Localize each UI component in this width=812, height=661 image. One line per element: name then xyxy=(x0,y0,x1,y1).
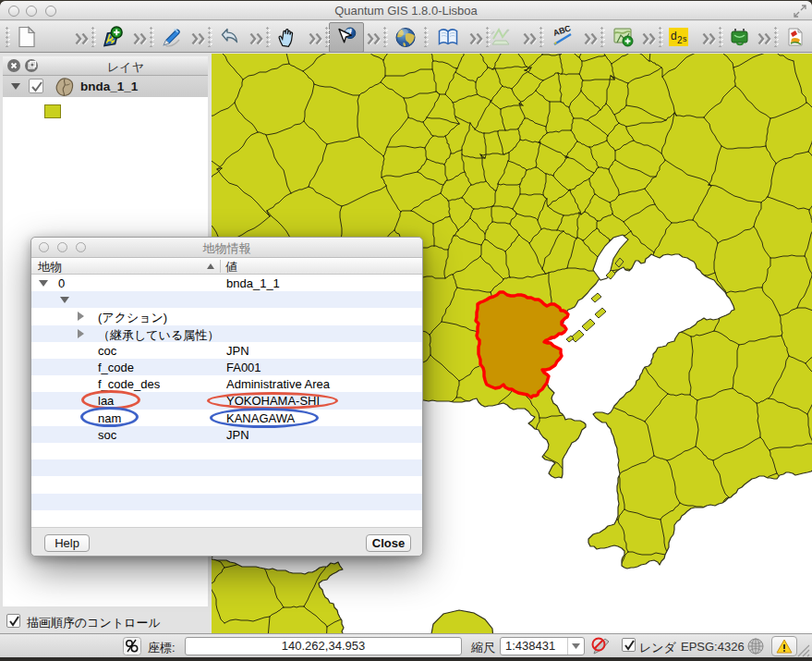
svg-text:d: d xyxy=(671,30,677,43)
svg-text:s: s xyxy=(683,34,687,43)
svg-text:i: i xyxy=(349,28,352,38)
